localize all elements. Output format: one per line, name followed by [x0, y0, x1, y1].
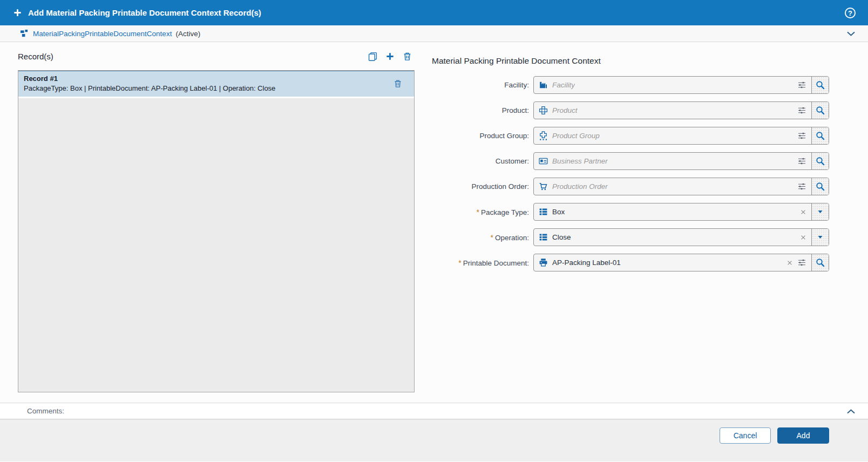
required-asterisk: *: [491, 233, 493, 242]
field-input-main[interactable]: Business Partner: [534, 153, 811, 169]
product-icon: [539, 106, 548, 115]
field-input-main[interactable]: Facility: [534, 77, 811, 93]
field-input-main[interactable]: AP-Packing Label-01: [534, 254, 811, 271]
form-field-row: Production Order: Production Order: [432, 178, 829, 195]
cancel-button[interactable]: Cancel: [720, 427, 771, 444]
field-text: Business Partner: [552, 157, 608, 165]
search-button[interactable]: [811, 178, 829, 195]
required-asterisk: *: [458, 259, 461, 267]
record-title: Record #1: [24, 74, 394, 84]
entity-name[interactable]: MaterialPackingPrintableDocumentContext: [33, 30, 172, 38]
search-button[interactable]: [811, 153, 829, 169]
printer-icon: [539, 258, 548, 267]
field-input-main[interactable]: Box: [534, 203, 811, 220]
filter-settings-icon[interactable]: [797, 132, 806, 140]
field-label-text: Printable Document:: [463, 259, 529, 267]
field-label-text: Product Group:: [479, 132, 529, 140]
field-input[interactable]: Production Order: [533, 178, 829, 195]
field-input-main[interactable]: Product Group: [534, 127, 811, 144]
filter-settings-icon[interactable]: [797, 81, 806, 90]
record-summary: PackageType: Box | PrintableDocument: AP…: [24, 84, 394, 93]
clear-icon[interactable]: [800, 234, 806, 241]
form-field-row: *Package Type: Box: [432, 203, 829, 221]
dialog-body: Record(s) Record #1 PackageType: Box | P…: [0, 42, 868, 403]
field-input-main[interactable]: Close: [534, 229, 811, 246]
filter-settings-icon[interactable]: [797, 106, 806, 115]
field-input[interactable]: Product Group: [533, 127, 829, 145]
entity-status: (Active): [175, 30, 846, 38]
help-icon[interactable]: [844, 7, 856, 19]
field-label: Production Order:: [432, 182, 533, 191]
search-button[interactable]: [811, 127, 829, 144]
field-input[interactable]: Close: [533, 228, 829, 246]
search-icon: [816, 157, 825, 166]
chevron-down-icon[interactable]: [846, 29, 856, 38]
filter-settings-icon[interactable]: [797, 157, 806, 166]
dialog-header: Add Material Packing Printable Document …: [0, 0, 868, 25]
required-asterisk: *: [476, 208, 479, 216]
search-icon: [816, 131, 825, 140]
field-input[interactable]: Business Partner: [533, 152, 829, 170]
field-label-text: Customer:: [496, 157, 529, 165]
add-record-button[interactable]: [385, 52, 395, 61]
search-icon: [816, 258, 825, 267]
delete-record-button[interactable]: [403, 52, 412, 61]
field-input-main[interactable]: Production Order: [534, 178, 811, 195]
form-field-row: Customer: Business Partner: [432, 152, 829, 170]
search-button[interactable]: [811, 254, 829, 271]
chevron-down-icon: [817, 234, 824, 241]
clear-icon[interactable]: [786, 260, 793, 266]
copy-record-button[interactable]: [368, 52, 377, 61]
clear-icon[interactable]: [800, 209, 806, 215]
record-list[interactable]: Record #1 PackageType: Box | PrintableDo…: [18, 70, 415, 392]
records-panel: Record(s) Record #1 PackageType: Box | P…: [18, 42, 415, 403]
filter-settings-icon[interactable]: [797, 259, 806, 267]
field-input-main[interactable]: Product: [534, 102, 811, 119]
records-panel-title: Record(s): [18, 52, 360, 61]
field-text: Facility: [552, 81, 575, 89]
list-icon: [539, 233, 548, 242]
field-label-text: Production Order:: [471, 182, 529, 191]
search-button[interactable]: [811, 102, 829, 119]
field-label-text: Package Type:: [481, 208, 529, 216]
delete-icon[interactable]: [394, 79, 402, 88]
add-record-dialog: Add Material Packing Printable Document …: [0, 0, 868, 461]
form-fields: Facility: Facility Product: P: [432, 76, 829, 271]
form-title: Material Packing Printable Document Cont…: [432, 56, 829, 66]
field-label-text: Operation:: [495, 234, 529, 242]
entity-icon: [21, 30, 29, 38]
field-label: Customer:: [432, 157, 533, 165]
add-button[interactable]: Add: [777, 427, 829, 444]
form-field-row: Product: Product: [432, 101, 829, 119]
dialog-footer: Cancel Add: [0, 419, 868, 461]
chevron-up-icon[interactable]: [846, 407, 856, 416]
field-label: *Package Type:: [432, 208, 533, 216]
search-icon: [816, 106, 825, 115]
search-icon: [816, 182, 825, 191]
field-input[interactable]: Box: [533, 203, 829, 221]
search-button[interactable]: [811, 77, 829, 93]
field-label: *Printable Document:: [432, 259, 533, 267]
field-label: Facility:: [432, 81, 533, 89]
field-input[interactable]: AP-Packing Label-01: [533, 254, 829, 271]
filter-settings-icon[interactable]: [797, 182, 806, 191]
factory-icon: [539, 80, 548, 90]
comments-bar[interactable]: Comments:: [0, 403, 868, 419]
product-group-icon: [539, 131, 548, 140]
entity-bar: MaterialPackingPrintableDocumentContext …: [0, 25, 868, 42]
list-icon: [539, 207, 548, 216]
field-label-text: Product:: [502, 106, 529, 114]
record-list-item[interactable]: Record #1 PackageType: Box | PrintableDo…: [18, 71, 414, 98]
field-text: Production Order: [552, 182, 608, 191]
form-panel: Material Packing Printable Document Cont…: [432, 42, 829, 403]
field-text: Close: [552, 233, 571, 241]
field-input[interactable]: Facility: [533, 76, 829, 94]
field-input[interactable]: Product: [533, 101, 829, 119]
search-icon: [816, 80, 825, 90]
plus-icon: [13, 8, 22, 17]
dropdown-button[interactable]: [811, 229, 829, 246]
dropdown-button[interactable]: [811, 203, 829, 220]
form-field-row: *Printable Document: AP-Packing Label-01: [432, 254, 829, 271]
field-label: *Operation:: [432, 233, 533, 242]
field-text: Box: [552, 208, 565, 216]
